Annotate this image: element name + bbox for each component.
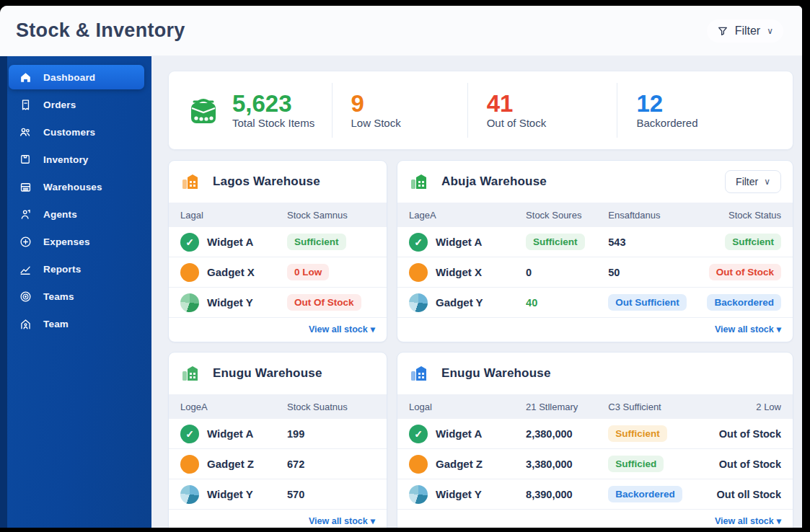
- sidebar-item-inventory[interactable]: Inventory: [9, 147, 144, 172]
- column-header: LageA: [409, 210, 526, 221]
- warehouse-icon: [17, 179, 33, 195]
- header-filter-button[interactable]: Filter ∨: [707, 19, 783, 43]
- sidebar-item-orders[interactable]: Orders: [9, 92, 144, 117]
- status-badge: Sufficied: [608, 456, 664, 472]
- chart-icon: [17, 261, 33, 277]
- status-badge: Out of Stock: [709, 264, 781, 280]
- table-row[interactable]: Gadget X 0 Low: [169, 257, 387, 288]
- card-filter-button[interactable]: Filter ∨: [725, 170, 781, 193]
- pie-green-icon: [180, 293, 199, 312]
- sidebar-item-reports[interactable]: Reports: [9, 257, 144, 281]
- top-header: Stock & Inventory Filter ∨: [0, 6, 802, 56]
- card-footer: View all stock ▾: [169, 510, 387, 528]
- product-cell: ✓ Widget A: [180, 425, 287, 443]
- agent-icon: [17, 206, 33, 222]
- column-header: Stock Soures: [526, 210, 608, 221]
- table-row[interactable]: ✓ Widget A Sufficient543Suffcient: [397, 227, 793, 257]
- filter-icon: [717, 25, 728, 37]
- card-title: Lagos Warehouse: [213, 174, 375, 189]
- table-row[interactable]: Gadget Y 40Out SufficientBackordered: [397, 288, 793, 318]
- product-cell: Widget Y: [180, 293, 287, 312]
- column-header: Stock Suatnus: [287, 402, 375, 412]
- warehouse-card-enugu-warehouse-3: Enugu WarehouseLogal21 StllemaryC3 Suffi…: [397, 352, 793, 528]
- stat-value: 5,623: [232, 92, 314, 115]
- app-window: Stock & Inventory Filter ∨ Dashboard Ord…: [0, 6, 802, 528]
- stat-label: Out of Stock: [487, 117, 547, 129]
- status-badge: Out Sufficient: [608, 294, 687, 311]
- sidebar-item-teams[interactable]: Teams: [9, 284, 144, 309]
- sidebar-item-warehouses[interactable]: Warehouses: [9, 174, 144, 199]
- sidebar-item-team[interactable]: Team: [9, 311, 144, 336]
- product-name: Widget X: [436, 266, 482, 278]
- product-name: Gadget Z: [207, 458, 254, 470]
- warehouse-cards-grid: Lagos WarehouseLagalStock Samnus ✓ Widge…: [168, 160, 793, 528]
- view-all-stock-link[interactable]: View all stock ▾: [309, 515, 375, 526]
- table-row[interactable]: Gadget Z 672: [169, 449, 387, 479]
- table-header-row: Logal21 StllemaryC3 Sufficient2 Low: [397, 394, 793, 419]
- view-all-stock-link[interactable]: View all stock ▾: [715, 515, 781, 526]
- warehouse-card-enugu-warehouse-2: Enugu WarehouseLogeAStock Suatnus ✓ Widg…: [168, 352, 387, 528]
- dot-orange-icon: [180, 455, 199, 474]
- product-name: Widget A: [436, 427, 482, 440]
- card-header: Lagos Warehouse: [169, 161, 387, 203]
- table-header-row: LageAStock SouresEnsaftdanusStock Status: [397, 203, 793, 227]
- status-badge: Backordered: [707, 294, 781, 311]
- stat-value: 9: [351, 92, 401, 115]
- view-all-stock-label: View all stock: [715, 516, 774, 526]
- warehouse-blue-icon: [409, 362, 432, 385]
- cell-value: 543: [608, 236, 625, 248]
- chevron-down-icon: ∨: [764, 177, 770, 187]
- cell-value: Out of Stock: [719, 428, 781, 440]
- cell-value: Out of Stock: [719, 458, 781, 470]
- stat-out-of-stock: 41 Out of Stock: [467, 83, 617, 138]
- status-badge: 0 Low: [287, 264, 329, 280]
- box-icon: [17, 151, 33, 167]
- sidebar-item-label: Reports: [43, 264, 81, 275]
- product-cell: Widget Y: [180, 485, 287, 504]
- card-footer: View all stock ▾: [397, 510, 793, 528]
- basket-icon: [185, 92, 222, 129]
- sidebar-item-agents[interactable]: Agents: [9, 202, 144, 226]
- table-header-row: LagalStock Samnus: [169, 203, 387, 227]
- sidebar-item-customers[interactable]: Customers: [9, 120, 144, 144]
- sidebar-item-label: Team: [43, 319, 69, 329]
- cell-value: 570: [287, 489, 304, 500]
- sidebar-item-label: Inventory: [43, 154, 89, 165]
- view-all-stock-link[interactable]: View all stock ▾: [715, 324, 781, 334]
- column-header: LogeA: [180, 402, 287, 412]
- table-row[interactable]: ✓ Widget A 2,380,000SufficientOut of Sto…: [397, 419, 793, 449]
- card-header: Abuja Warehouse Filter ∨: [397, 161, 793, 203]
- table-row[interactable]: Widget X 050Out of Stock: [397, 257, 793, 288]
- column-header: Logal: [409, 402, 526, 412]
- check-circle-icon: ✓: [409, 233, 428, 252]
- sidebar-item-dashboard[interactable]: Dashboard: [9, 65, 144, 89]
- warehouse-card-lagos-warehouse-0: Lagos WarehouseLagalStock Samnus ✓ Widge…: [168, 160, 387, 342]
- sidebar-item-label: Agents: [43, 209, 77, 220]
- table-row[interactable]: Gadget Z 3,380,000SufficiedOut of Stock: [397, 449, 793, 479]
- card-footer: View all stock ▾: [397, 318, 793, 342]
- product-cell: ✓ Widget A: [409, 425, 526, 443]
- column-header: 2 Low: [697, 402, 781, 412]
- table-row[interactable]: Widget Y Out Of Stock: [169, 288, 387, 318]
- stats-summary-card: 5,623 Total Stock Items 9 Low Stock 41 O…: [168, 71, 793, 150]
- card-filter-label: Filter: [736, 176, 758, 187]
- column-header: C3 Sufficient: [608, 402, 697, 412]
- table-row[interactable]: ✓ Widget A Sufficient: [169, 227, 387, 257]
- column-header: Stock Samnus: [287, 210, 375, 221]
- table-row[interactable]: Widget Y 570: [169, 479, 387, 510]
- cell-value: 199: [287, 428, 304, 440]
- product-cell: Gadget Y: [409, 293, 526, 312]
- sidebar-item-expenses[interactable]: Expenses: [9, 229, 144, 254]
- sidebar-item-label: Warehouses: [43, 182, 102, 192]
- table-row[interactable]: Widget Y 8,390,000BackorderedOut oll Sto…: [397, 479, 793, 510]
- table-row[interactable]: ✓ Widget A 199: [169, 419, 387, 449]
- product-cell: Widget Y: [409, 485, 526, 504]
- view-all-stock-link[interactable]: View all stock ▾: [309, 324, 375, 334]
- product-name: Gadget Z: [436, 458, 483, 470]
- warehouse-green-icon: [180, 362, 203, 385]
- sidebar-item-label: Expenses: [43, 236, 90, 247]
- column-header: 21 Stllemary: [526, 402, 608, 412]
- card-title: Abuja Warehouse: [441, 174, 716, 189]
- view-all-stock-label: View all stock: [715, 324, 774, 334]
- header-filter-label: Filter: [735, 25, 761, 37]
